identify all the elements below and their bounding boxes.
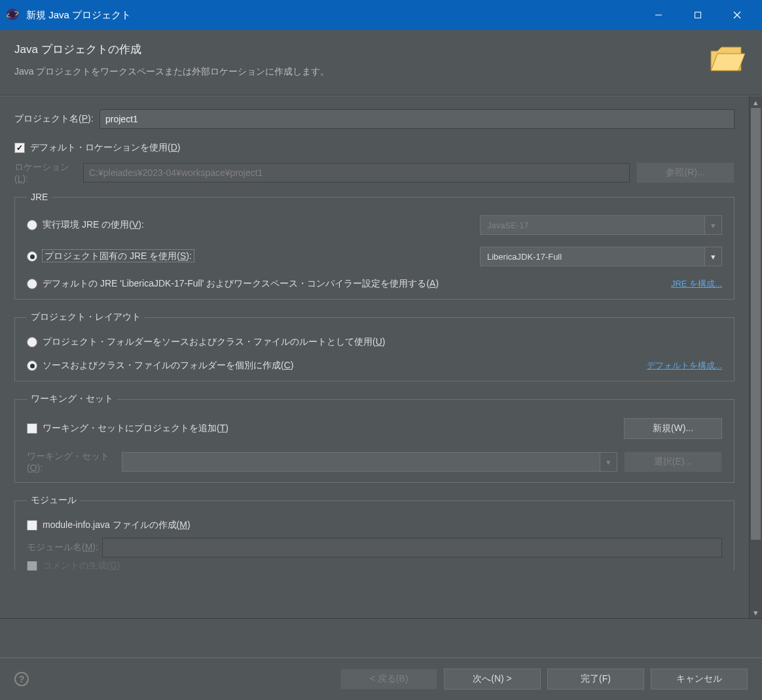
chevron-down-icon[interactable]: ▾ [704,247,721,266]
layout-root-label: プロジェクト・フォルダーをソースおよびクラス・ファイルのルートとして使用(U) [43,336,722,348]
new-workingset-button[interactable]: 新規(W)... [624,418,722,439]
close-button[interactable] [717,0,757,30]
vertical-scrollbar[interactable]: ▴ ▾ [749,96,762,618]
svg-point-2 [9,11,16,18]
configure-jre-link[interactable]: JRE を構成... [671,278,722,290]
maximize-button[interactable] [678,0,717,30]
layout-separate-label: ソースおよびクラス・ファイルのフォルダーを個別に作成(C) [43,360,647,372]
exec-env-select: JavaSE-17 ▾ [480,215,722,235]
jre-legend: JRE [27,192,52,202]
configure-default-link[interactable]: デフォルトを構成... [647,360,722,372]
page-description: Java プロジェクトをワークスペースまたは外部ロケーションに作成します。 [14,66,708,78]
page-title: Java プロジェクトの作成 [14,42,708,57]
next-button[interactable]: 次へ(N) > [444,669,541,690]
wizard-folder-icon [708,42,748,75]
location-label: ロケーション(L): [14,162,83,184]
default-jre-label: デフォルトの JRE 'LibericaJDK-17-Full' およびワークス… [43,278,671,290]
back-button: < 戻る(B) [340,669,437,690]
wizard-header: Java プロジェクトの作成 Java プロジェクトをワークスペースまたは外部ロ… [0,30,762,96]
module-name-input [102,538,722,557]
cancel-button[interactable]: キャンセル [651,669,748,690]
chevron-down-icon: ▾ [704,216,721,234]
module-name-label: モジュール名(M): [27,542,102,553]
workingset-select-label: ワーキング・セット(O): [27,451,122,473]
add-workingset-checkbox[interactable] [27,423,37,434]
chevron-down-icon: ▾ [600,453,617,471]
add-workingset-label: ワーキング・セットにプロジェクトを追加(T) [43,423,624,434]
project-jre-label: プロジェクト固有の JRE を使用(S): [43,251,480,262]
svg-rect-4 [695,12,701,18]
scroll-down-icon[interactable]: ▾ [750,606,762,618]
layout-root-radio[interactable] [27,337,37,347]
project-name-label: プロジェクト名(P): [14,113,100,125]
scrollbar-thumb[interactable] [751,108,761,540]
create-module-info-checkbox[interactable] [27,520,37,531]
module-legend: モジュール [27,495,81,506]
module-group: モジュール module-info.java ファイルの作成(M) モジュール名… [14,495,735,570]
project-jre-radio[interactable] [27,251,37,262]
help-icon[interactable]: ? [14,672,29,686]
layout-group: プロジェクト・レイアウト プロジェクト・フォルダーをソースおよびクラス・ファイル… [14,311,735,381]
exec-env-label: 実行環境 JRE の使用(V): [43,219,480,231]
project-name-input[interactable] [100,109,735,129]
finish-button[interactable]: 完了(F) [547,669,644,690]
content-area: プロジェクト名(P): ✓ デフォルト・ロケーションを使用(D) ロケーション(… [0,96,749,618]
layout-separate-radio[interactable] [27,360,37,371]
location-input [83,163,630,183]
minimize-button[interactable] [639,0,678,30]
use-default-location-checkbox[interactable]: ✓ [14,143,25,153]
select-workingset-button: 選択(E)... [624,451,722,472]
workingset-select: ▾ [122,452,617,472]
jre-group: JRE 実行環境 JRE の使用(V): JavaSE-17 ▾ プロジェクト固… [14,192,735,300]
browse-button: 参照(R)... [636,162,735,183]
layout-legend: プロジェクト・レイアウト [27,311,145,323]
titlebar: 新規 Java プロジェクト [0,0,762,30]
project-jre-select[interactable]: LibericaJDK-17-Full ▾ [480,247,722,266]
use-default-location-label: デフォルト・ロケーションを使用(D) [30,142,180,154]
generate-comment-label: コメントの生成(G) [43,561,120,570]
workingset-group: ワーキング・セット ワーキング・セットにプロジェクトを追加(T) 新規(W)..… [14,393,735,483]
default-jre-radio[interactable] [27,279,37,289]
scroll-up-icon[interactable]: ▴ [750,96,762,108]
eclipse-icon [5,7,20,24]
window-title: 新規 Java プロジェクト [26,9,639,22]
generate-comment-checkbox [27,561,37,570]
wizard-footer: ? < 戻る(B) 次へ(N) > 完了(F) キャンセル [0,657,762,700]
exec-env-radio[interactable] [27,220,37,230]
workingset-legend: ワーキング・セット [27,393,117,405]
create-module-info-label: module-info.java ファイルの作成(M) [43,519,190,531]
